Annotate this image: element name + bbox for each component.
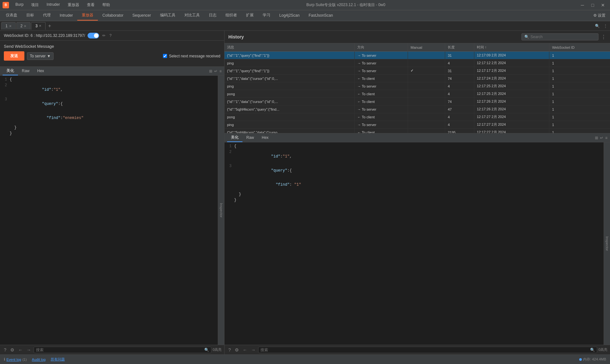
settings-button[interactable]: ⚙ 设置	[590, 12, 609, 20]
col-time[interactable]: 时间 ↑	[474, 43, 549, 52]
nav-tab-dashboard[interactable]: 仪表盘	[1, 11, 22, 21]
event-log-count: (1)	[22, 358, 27, 361]
newline-icon[interactable]: ↵	[214, 69, 217, 73]
right-code-editor[interactable]: 1 { 2 "id":"1", 3 "query":{	[225, 142, 604, 345]
cell-direction: ← To client	[355, 75, 408, 82]
more-icon[interactable]: ≡	[219, 69, 222, 73]
right-tab-beautify[interactable]: 美化	[227, 133, 242, 142]
nav-tab-sequencer[interactable]: Sequencer	[128, 11, 156, 20]
nav-tab-proxy[interactable]: 代理	[38, 11, 55, 21]
menu-burp[interactable]: Burp	[12, 1, 27, 9]
table-row[interactable]: pong ← To client 4 12:17:27 2月 2024 1	[225, 113, 610, 121]
table-row[interactable]: {"id":"1","data":{"cursor":{"id":0,... ←…	[225, 98, 610, 106]
right-settings-button[interactable]: ⚙	[233, 347, 240, 353]
send-button[interactable]: 发送	[4, 51, 24, 61]
all-issues-link[interactable]: 所有问题	[51, 357, 65, 362]
nav-tab-log4j2scan[interactable]: Log4j2Scan	[275, 11, 304, 20]
nav-tab-extensions[interactable]: 扩展	[241, 11, 258, 21]
right-help-button[interactable]: ?	[227, 347, 232, 353]
session-tab-1-close[interactable]: ✕	[9, 24, 12, 28]
menu-view[interactable]: 查看	[83, 1, 98, 9]
right-format-icon[interactable]: ⊞	[595, 136, 598, 140]
col-manual[interactable]: Manual	[408, 43, 445, 52]
nav-tab-intruder[interactable]: Intruder	[55, 11, 77, 20]
table-row[interactable]: {"id":"1","query":{"find":"1"}} → To ser…	[225, 67, 610, 75]
right-editor-tabs: 美化 Raw Hex ⊞ ↵ ≡	[225, 133, 610, 142]
select-next-checkbox[interactable]	[163, 54, 167, 58]
help-icon[interactable]: ?	[109, 33, 112, 38]
cell-direction: → To server	[355, 106, 408, 113]
table-row[interactable]: {"id":"5qjhf4kcxrn","query":{"find... → …	[225, 106, 610, 113]
right-forward-button[interactable]: →	[250, 347, 257, 353]
left-forward-button[interactable]: →	[25, 347, 32, 353]
edit-icon[interactable]: ✏	[102, 33, 106, 38]
right-back-button[interactable]: ←	[241, 347, 249, 353]
left-tab-raw[interactable]: Raw	[18, 67, 33, 75]
table-row[interactable]: ping → To server 4 12:17:12 2月 2024 1	[225, 59, 610, 67]
right-tab-hex[interactable]: Hex	[258, 134, 272, 142]
left-code-editor[interactable]: 1 { 2 "id":"1", 3 "query":{	[0, 76, 218, 345]
nav-tab-organizer[interactable]: 组织者	[221, 11, 241, 21]
audit-log-link[interactable]: Audit log	[32, 358, 46, 361]
session-tab-2-close[interactable]: ✕	[24, 24, 26, 28]
session-search-button[interactable]: 🔍	[592, 24, 602, 28]
left-tab-hex[interactable]: Hex	[33, 67, 48, 75]
table-row[interactable]: {"id":"1","data":{"cursor":{"id":0,... ←…	[225, 75, 610, 82]
history-search-input[interactable]	[530, 35, 596, 39]
close-button[interactable]: ✕	[598, 2, 607, 8]
nav-tab-compare[interactable]: 对比工具	[180, 11, 204, 21]
nav-tab-collaborator[interactable]: Collaborator	[98, 11, 128, 20]
right-more-icon[interactable]: ≡	[605, 136, 607, 140]
maximize-button[interactable]: □	[588, 2, 597, 8]
code-line-3: 3 "query":{	[0, 97, 218, 111]
nav-tab-target[interactable]: 目标	[22, 11, 38, 21]
table-row[interactable]: ping → To server 4 12:17:27 2月 2024 1	[225, 121, 610, 129]
minimize-button[interactable]: ─	[578, 2, 587, 8]
left-inspector-sidebar[interactable]: Inspector	[218, 76, 224, 345]
left-settings-button[interactable]: ⚙	[9, 347, 16, 353]
col-direction[interactable]: 方向	[355, 43, 408, 52]
session-tab-2[interactable]: 2 ✕	[16, 22, 31, 30]
left-search-input[interactable]	[36, 348, 203, 352]
send-section: Send WebSocket Message 发送 To server ▼ Se…	[0, 41, 224, 67]
session-more-button[interactable]: ⋮	[602, 24, 609, 28]
right-newline-icon[interactable]: ↵	[600, 136, 603, 140]
add-tab-button[interactable]: +	[46, 23, 53, 29]
col-message[interactable]: 消息	[225, 43, 355, 52]
col-length[interactable]: 长度	[445, 43, 474, 52]
right-code-line-1: 1 {	[225, 144, 604, 149]
left-help-button[interactable]: ?	[3, 347, 8, 353]
nav-tab-repeater[interactable]: 重放器	[77, 11, 98, 21]
menu-help[interactable]: 帮助	[98, 1, 114, 9]
session-tab-1[interactable]: 1 ✕	[1, 22, 16, 30]
format-icon[interactable]: ⊞	[209, 69, 212, 73]
col-wsid[interactable]: WebSocket ID	[549, 43, 610, 52]
table-row[interactable]: pong ← To client 4 12:17:25 2月 2024 1	[225, 90, 610, 98]
menu-intruder[interactable]: Intruder	[43, 1, 64, 9]
direction-select[interactable]: To server ▼	[27, 52, 54, 60]
table-row[interactable]: {"id":"5qjhf4kcxrn","data":{"curso... ← …	[225, 129, 610, 133]
right-inspector-sidebar[interactable]: Inspector	[604, 142, 610, 345]
history-more-button[interactable]: ⋮	[601, 34, 606, 40]
nav-tab-learn[interactable]: 学习	[258, 11, 275, 21]
session-tab-3[interactable]: 3 ✕	[31, 22, 46, 30]
websocket-bar: WebSocket ID: 6 : http://101.32.220.189:…	[0, 31, 224, 41]
table-row[interactable]: {"id":"1","query":{"find":"1"}} → To ser…	[225, 52, 610, 59]
right-search-input[interactable]	[260, 348, 589, 352]
nav-tab-logger[interactable]: 日志	[204, 11, 221, 21]
session-tab-3-close[interactable]: ✕	[39, 24, 41, 28]
left-back-button[interactable]: ←	[17, 347, 24, 353]
cell-message: pong	[225, 113, 355, 121]
right-tab-raw[interactable]: Raw	[242, 134, 258, 142]
cell-length: 2195	[445, 129, 474, 133]
websocket-toggle[interactable]	[88, 33, 99, 38]
menu-project[interactable]: 项目	[27, 1, 43, 9]
nav-tab-fastjsonscan[interactable]: FastJsonScan	[304, 11, 337, 20]
cell-time: 12:17:26 2月 2024	[474, 106, 549, 113]
app-logo: B	[3, 2, 9, 8]
table-row[interactable]: ping → To server 4 12:17:25 2月 2024 1	[225, 82, 610, 90]
menu-repeater[interactable]: 重放器	[64, 1, 83, 9]
event-log-link[interactable]: Event log	[6, 358, 21, 361]
left-tab-beautify[interactable]: 美化	[3, 67, 18, 75]
nav-tab-encoder[interactable]: 编码工具	[156, 11, 180, 21]
